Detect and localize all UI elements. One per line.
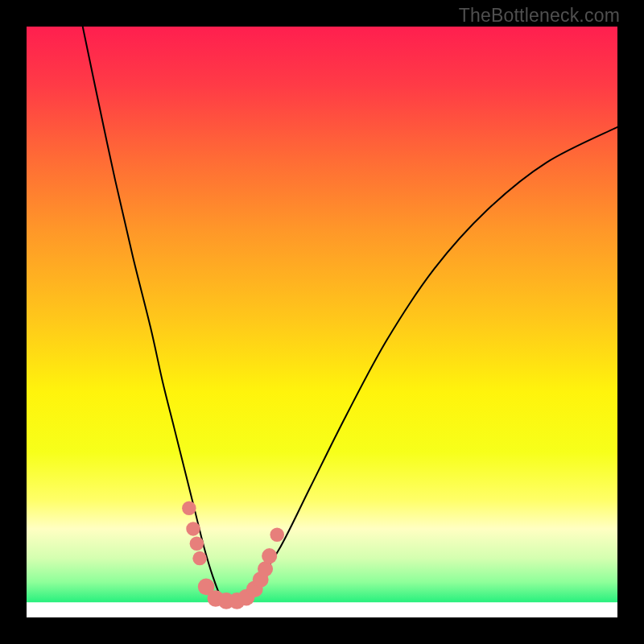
right-branch-curve [228, 127, 617, 603]
marker-dot [262, 548, 277, 564]
marker-dot [190, 536, 204, 551]
watermark-text: TheBottleneck.com [459, 5, 620, 27]
marker-dot [270, 527, 284, 542]
marker-dot [186, 522, 200, 536]
chart-svg [27, 27, 617, 617]
marker-dot [258, 561, 273, 576]
plot-area [27, 27, 617, 617]
marker-dot [192, 551, 207, 566]
marker-dot [182, 501, 196, 515]
outer-frame: TheBottleneck.com [0, 0, 644, 644]
left-branch-curve [83, 27, 228, 603]
